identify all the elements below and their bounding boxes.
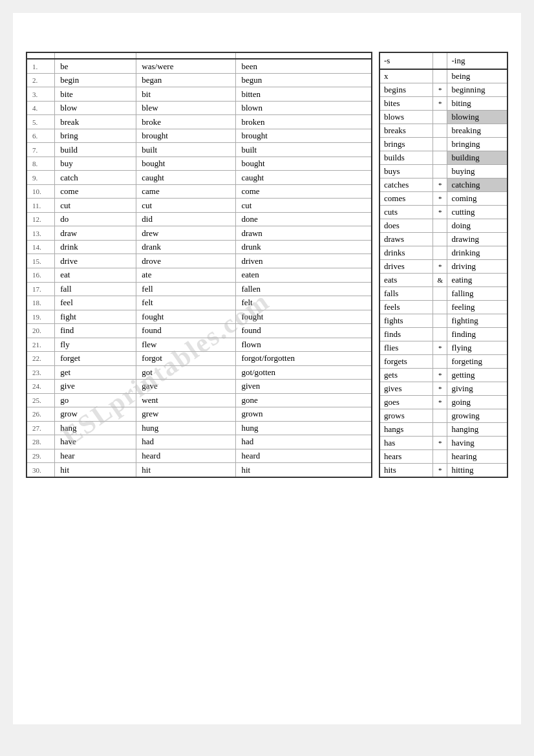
base-form: bite: [55, 87, 136, 102]
ing-form: coming: [447, 192, 507, 206]
base-form: feel: [55, 296, 136, 310]
past-form: came: [136, 184, 236, 199]
s-form: begins: [379, 83, 433, 97]
main-table-row: 12.dodiddone: [27, 212, 372, 226]
star-marker: *: [433, 396, 447, 409]
star-marker: [433, 151, 447, 165]
ing-form: driving: [447, 260, 507, 274]
s-form: finds: [379, 328, 433, 341]
past-participle: caught: [236, 171, 372, 185]
past-participle: cut: [236, 199, 372, 213]
ing-form: hanging: [447, 423, 507, 437]
right-table-row: drives*driving: [379, 260, 507, 274]
star-marker: *: [433, 341, 447, 355]
s-form: bites: [379, 97, 433, 111]
star-marker: [433, 301, 447, 314]
s-form: x: [379, 69, 433, 83]
right-table-row: findsfinding: [379, 328, 507, 341]
past-participle: hung: [236, 421, 372, 435]
past-form: cut: [136, 199, 236, 213]
right-table-row: eats&eating: [379, 274, 507, 287]
header-num: [27, 52, 55, 59]
ing-form: falling: [447, 287, 507, 301]
right-table-row: breaksbreaking: [379, 124, 507, 138]
past-participle: felt: [236, 296, 372, 310]
past-participle: done: [236, 212, 372, 226]
main-table-row: 19.fightfoughtfought: [27, 310, 372, 324]
row-number: 13.: [27, 226, 55, 241]
past-participle: eaten: [236, 268, 372, 282]
base-form: fight: [55, 310, 136, 324]
ing-form: biting: [447, 97, 507, 111]
past-participle: been: [236, 59, 372, 73]
row-number: 1.: [27, 59, 55, 73]
s-form: comes: [379, 192, 433, 206]
past-form: hit: [136, 463, 236, 477]
past-participle: bought: [236, 157, 372, 171]
past-form: had: [136, 435, 236, 449]
right-table-row: fightsfighting: [379, 314, 507, 328]
right-table-row: catches*catching: [379, 178, 507, 192]
right-table-row: comes*coming: [379, 192, 507, 206]
right-table-row: hangshanging: [379, 423, 507, 437]
star-marker: [433, 328, 447, 341]
base-form: bring: [55, 129, 136, 143]
row-number: 14.: [27, 240, 55, 254]
star-marker: *: [433, 206, 447, 219]
past-form: broke: [136, 115, 236, 129]
star-marker: *: [433, 97, 447, 111]
past-participle: had: [236, 435, 372, 449]
base-form: fly: [55, 338, 136, 352]
main-table-row: 28.havehadhad: [27, 435, 372, 449]
main-table-row: 17.fallfellfallen: [27, 282, 372, 296]
past-participle: begun: [236, 73, 372, 87]
right-table-row: buildsbuilding: [379, 151, 507, 165]
row-number: 21.: [27, 338, 55, 352]
base-form: do: [55, 212, 136, 226]
main-table-row: 8.buyboughtbought: [27, 157, 372, 171]
main-table-row: 23.getgotgot/gotten: [27, 365, 372, 380]
main-table-row: 11.cutcutcut: [27, 199, 372, 213]
star-marker: [433, 246, 447, 260]
ing-form: drinking: [447, 246, 507, 260]
base-form: come: [55, 184, 136, 199]
right-table-row: drinksdrinking: [379, 246, 507, 260]
right-table-row: has*having: [379, 437, 507, 450]
past-form: bought: [136, 157, 236, 171]
s-form: hits: [379, 464, 433, 478]
header-star: [433, 52, 447, 69]
ing-form: bringing: [447, 138, 507, 151]
base-form: forget: [55, 352, 136, 366]
base-form: eat: [55, 268, 136, 282]
row-number: 15.: [27, 254, 55, 268]
s-form: gives: [379, 382, 433, 396]
s-form: falls: [379, 287, 433, 301]
star-marker: *: [433, 464, 447, 478]
right-table-row: growsgrowing: [379, 409, 507, 423]
main-table-row: 27.hanghunghung: [27, 421, 372, 435]
s-form: goes: [379, 396, 433, 409]
past-form: caught: [136, 171, 236, 185]
ing-form: having: [447, 437, 507, 450]
star-marker: *: [433, 260, 447, 274]
past-participle: bitten: [236, 87, 372, 102]
right-table-row: drawsdrawing: [379, 233, 507, 246]
ing-form: flying: [447, 341, 507, 355]
base-form: grow: [55, 407, 136, 422]
past-form: drew: [136, 226, 236, 241]
page: ESLprintables.com 1.bewas/werebeen2.begi…: [13, 13, 521, 724]
ing-form: fighting: [447, 314, 507, 328]
main-table-row: 4.blowblewblown: [27, 101, 372, 115]
main-table-row: 10.comecamecome: [27, 184, 372, 199]
row-number: 20.: [27, 324, 55, 338]
ing-form: eating: [447, 274, 507, 287]
header-past: [136, 52, 236, 59]
past-participle: heard: [236, 449, 372, 463]
row-number: 9.: [27, 171, 55, 185]
right-table-row: xbeing: [379, 69, 507, 83]
main-table-row: 7.buildbuiltbuilt: [27, 143, 372, 157]
star-marker: *: [433, 178, 447, 192]
star-marker: *: [433, 369, 447, 382]
row-number: 7.: [27, 143, 55, 157]
base-form: go: [55, 393, 136, 407]
